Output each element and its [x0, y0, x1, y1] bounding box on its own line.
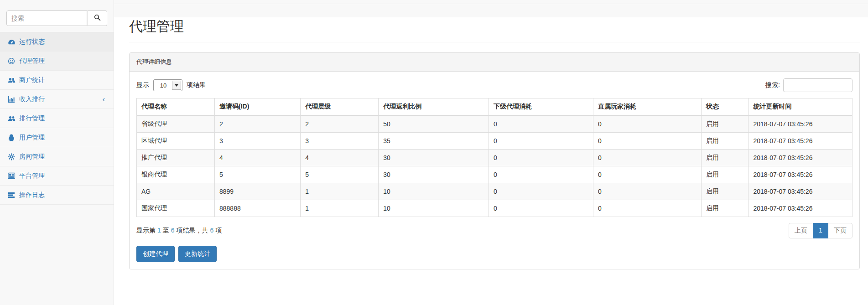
table-row: 推广代理 4 4 30 0 0 启用 2018-07-07 03:45:26: [137, 150, 852, 166]
info-total-number: 6: [210, 227, 214, 234]
table-cell: 2: [301, 115, 379, 133]
page-length-select[interactable]: 10: [153, 79, 182, 91]
pagination-next-button[interactable]: 下页: [828, 223, 852, 238]
table-search-control: 搜索:: [765, 78, 852, 92]
table-cell: 30: [379, 166, 489, 183]
status-cell: 启用: [701, 133, 748, 150]
table-cell: 2018-07-07 03:45:26: [748, 150, 852, 166]
table-search-input[interactable]: [783, 78, 852, 92]
table-cell: 0: [593, 200, 701, 217]
table-cell: 2018-07-07 03:45:26: [748, 166, 852, 183]
table-cell: 0: [593, 133, 701, 150]
sidebar-search-group: [6, 10, 107, 26]
table-row: AG 8899 1 10 0 0 启用 2018-07-07 03:45:26: [137, 183, 852, 200]
pagination: 上页 1 下页: [789, 223, 852, 238]
column-header-agent-level[interactable]: 代理层级: [301, 98, 379, 116]
table-row: 银商代理 5 5 30 0 0 启用 2018-07-07 03:45:26: [137, 166, 852, 183]
column-header-agent-name[interactable]: 代理名称: [137, 98, 215, 116]
sidebar: 运行状态 代理管理 商户统计 收入排行 ‹ 排行管理: [0, 0, 114, 305]
sidebar-item-label: 排行管理: [19, 114, 45, 123]
users-icon: [7, 77, 16, 84]
agent-details-panel: 代理详细信息 显示 10 项结果 搜索:: [129, 52, 860, 269]
table-cell: 3: [215, 133, 301, 150]
table-cell: 0: [489, 200, 593, 217]
page-title: 代理管理: [129, 17, 860, 36]
sidebar-search-button[interactable]: [87, 10, 107, 26]
users-icon: [7, 115, 16, 122]
list-icon: [7, 192, 16, 198]
column-header-invite-code[interactable]: 邀请码(ID): [215, 98, 301, 116]
table-header-row: 代理名称 邀请码(ID) 代理层级 代理返利比例 下级代理消耗 直属玩家消耗 状…: [137, 98, 852, 116]
table-cell: 省级代理: [137, 115, 215, 133]
table-cell: 2018-07-07 03:45:26: [748, 183, 852, 200]
sidebar-item-label: 平台管理: [19, 172, 45, 180]
sidebar-search-input[interactable]: [6, 10, 87, 26]
gear-icon: [7, 153, 16, 160]
sidebar-item-running-status[interactable]: 运行状态: [0, 32, 114, 52]
table-search-label: 搜索:: [765, 81, 780, 89]
content-area: 代理管理 代理详细信息 显示 10 项结果 搜索:: [114, 17, 868, 305]
update-stats-button[interactable]: 更新统计: [178, 246, 217, 262]
info-text: 项结果，共: [177, 227, 208, 234]
table-cell: 区域代理: [137, 133, 215, 150]
table-cell: 0: [489, 150, 593, 166]
info-text: 项: [215, 227, 222, 234]
caret-down-icon: [175, 84, 178, 87]
select-dropdown-button[interactable]: [172, 81, 181, 90]
create-agent-button[interactable]: 创建代理: [136, 246, 175, 262]
action-buttons: 创建代理 更新统计: [136, 246, 852, 262]
table-row: 省级代理 2 2 50 0 0 启用 2018-07-07 03:45:26: [137, 115, 852, 133]
table-cell: 2: [215, 115, 301, 133]
qq-icon: [7, 134, 16, 141]
sidebar-item-merchant-stats[interactable]: 商户统计: [0, 71, 114, 90]
info-text: 至: [163, 227, 169, 234]
table-cell: 0: [593, 115, 701, 133]
column-header-direct-player-consumption[interactable]: 直属玩家消耗: [593, 98, 701, 116]
table-cell: 5: [301, 166, 379, 183]
results-label: 项结果: [187, 81, 206, 89]
table-cell: 3: [301, 133, 379, 150]
pagination-page-1-button[interactable]: 1: [813, 223, 828, 238]
sidebar-item-user-management[interactable]: 用户管理: [0, 128, 114, 147]
sidebar-item-room-management[interactable]: 房间管理: [0, 147, 114, 166]
results-info: 显示第1至6项结果，共6项: [136, 227, 223, 235]
table-cell: 0: [489, 166, 593, 183]
status-cell: 启用: [701, 150, 748, 166]
sidebar-item-label: 代理管理: [19, 57, 45, 65]
sidebar-item-label: 收入排行: [19, 95, 45, 103]
tachometer-icon: [7, 38, 16, 46]
table-cell: 国家代理: [137, 200, 215, 217]
agents-table: 代理名称 邀请码(ID) 代理层级 代理返利比例 下级代理消耗 直属玩家消耗 状…: [136, 98, 852, 217]
status-cell: 启用: [701, 166, 748, 183]
sidebar-item-platform-management[interactable]: 平台管理: [0, 166, 114, 186]
sidebar-item-ranking-management[interactable]: 排行管理: [0, 109, 114, 128]
info-text: 显示第: [136, 227, 156, 234]
show-label: 显示: [136, 81, 149, 89]
page-length-control: 显示 10 项结果: [136, 79, 206, 91]
table-cell: 0: [593, 150, 701, 166]
chevron-left-icon: ‹: [103, 96, 107, 103]
info-to-number: 6: [171, 227, 175, 234]
column-header-stats-update-time[interactable]: 统计更新时间: [748, 98, 852, 116]
sidebar-item-agent-management[interactable]: 代理管理: [0, 52, 114, 71]
table-cell: 1: [301, 183, 379, 200]
status-cell: 启用: [701, 200, 748, 217]
sidebar-item-label: 运行状态: [19, 38, 45, 46]
column-header-status[interactable]: 状态: [701, 98, 748, 116]
table-cell: 0: [593, 183, 701, 200]
table-cell: 0: [489, 133, 593, 150]
table-cell: 银商代理: [137, 166, 215, 183]
pagination-prev-button[interactable]: 上页: [789, 223, 813, 238]
sidebar-item-income-ranking[interactable]: 收入排行 ‹: [0, 90, 114, 109]
sidebar-item-label: 用户管理: [19, 134, 45, 142]
table-row: 区域代理 3 3 35 0 0 启用 2018-07-07 03:45:26: [137, 133, 852, 150]
sidebar-item-operation-log[interactable]: 操作日志: [0, 186, 114, 205]
column-header-rebate-ratio[interactable]: 代理返利比例: [379, 98, 489, 116]
panel-heading: 代理详细信息: [130, 53, 859, 72]
table-cell: 30: [379, 150, 489, 166]
column-header-sub-agent-consumption[interactable]: 下级代理消耗: [489, 98, 593, 116]
table-cell: 2018-07-07 03:45:26: [748, 115, 852, 133]
table-cell: 0: [593, 166, 701, 183]
sidebar-item-label: 商户统计: [19, 76, 45, 84]
table-cell: 10: [379, 183, 489, 200]
